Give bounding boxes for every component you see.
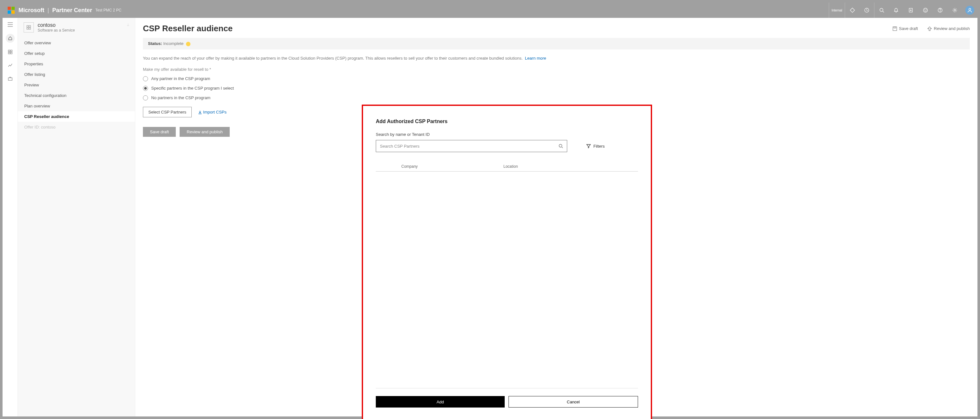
save-draft-header[interactable]: Save draft — [892, 26, 918, 31]
user-avatar[interactable] — [965, 6, 974, 15]
col-location: Location — [503, 164, 518, 169]
nav-plan-overview[interactable]: Plan overview — [18, 101, 135, 111]
menu-icon[interactable] — [3, 18, 18, 31]
face-icon[interactable] — [918, 3, 933, 18]
sidebar: contoso Software as a Service ⟂ Offer ov… — [18, 18, 135, 416]
svg-point-1 — [880, 8, 883, 11]
radio-specific-partners[interactable]: Specific partners in the CSP program I s… — [143, 86, 970, 91]
svg-rect-17 — [27, 28, 29, 29]
nav-offer-id: Offer ID: contoso — [18, 122, 135, 132]
svg-point-8 — [954, 10, 956, 11]
help-icon[interactable] — [933, 3, 947, 18]
page-description: You can expand the reach of your offer b… — [143, 56, 970, 60]
filter-icon — [586, 144, 591, 148]
svg-point-7 — [940, 11, 940, 12]
nav-properties[interactable]: Properties — [18, 59, 135, 69]
gear-icon[interactable] — [947, 3, 962, 18]
svg-rect-16 — [29, 25, 30, 27]
resell-label: Make my offer available for resell to * — [143, 67, 970, 72]
clock-icon[interactable] — [859, 3, 874, 18]
topbar: Microsoft | Partner Center Test PMC 2 PC… — [3, 3, 977, 18]
nav-technical-config[interactable]: Technical configuration — [18, 90, 135, 101]
add-csp-dialog: Add Authorized CSP Partners Search by na… — [362, 105, 652, 419]
brand-label: Microsoft — [19, 7, 45, 14]
svg-rect-11 — [11, 50, 12, 52]
select-csp-button[interactable]: Select CSP Partners — [143, 107, 192, 117]
search-input[interactable]: Search CSP Partners — [376, 140, 567, 152]
internal-badge: Internal — [829, 3, 845, 18]
dialog-title: Add Authorized CSP Partners — [376, 119, 638, 124]
add-button[interactable]: Add — [376, 396, 505, 408]
env-label: Test PMC 2 PC — [95, 8, 121, 13]
svg-point-21 — [559, 144, 562, 147]
svg-point-4 — [924, 10, 925, 10]
filters-button[interactable]: Filters — [586, 144, 605, 149]
svg-rect-18 — [29, 28, 30, 29]
svg-rect-20 — [894, 27, 896, 28]
sidebar-title: contoso — [38, 22, 75, 28]
search-label: Search by name or Tenant ID — [376, 132, 638, 137]
svg-point-3 — [924, 8, 928, 13]
download-icon[interactable] — [904, 3, 918, 18]
radio-no-partners[interactable]: No partners in the CSP program — [143, 95, 970, 100]
svg-rect-13 — [11, 52, 12, 54]
page-title: CSP Reseller audience — [143, 24, 883, 33]
svg-rect-12 — [8, 52, 10, 54]
left-rail — [3, 18, 18, 416]
chart-icon[interactable] — [3, 59, 18, 72]
results-table-header: Company Location — [376, 162, 638, 171]
nav-offer-setup[interactable]: Offer setup — [18, 48, 135, 59]
search-icon[interactable] — [874, 3, 889, 18]
home-icon[interactable] — [6, 34, 15, 43]
svg-rect-10 — [8, 50, 10, 52]
import-icon — [198, 110, 202, 114]
review-publish-header[interactable]: Review and publish — [928, 26, 970, 31]
search-icon — [558, 144, 563, 148]
briefcase-icon[interactable] — [3, 72, 18, 86]
nav-offer-listing[interactable]: Offer listing — [18, 69, 135, 80]
status-bar: Status: Incomplete — [143, 38, 970, 49]
sidebar-subtitle: Software as a Service — [38, 28, 75, 33]
offer-icon — [24, 22, 34, 33]
save-icon — [892, 27, 897, 31]
nav-offer-overview[interactable]: Offer overview — [18, 38, 135, 48]
svg-rect-19 — [893, 27, 897, 31]
import-csps-link[interactable]: Import CSPs — [198, 110, 226, 114]
radio-any-partner[interactable]: Any partner in the CSP program — [143, 76, 970, 81]
microsoft-logo — [8, 7, 15, 14]
grid-icon[interactable] — [3, 45, 18, 59]
col-company: Company — [376, 164, 503, 169]
bell-icon[interactable] — [889, 3, 904, 18]
nav-icon[interactable] — [845, 3, 859, 18]
save-draft-button[interactable]: Save draft — [143, 127, 176, 137]
pin-icon[interactable]: ⟂ — [127, 22, 129, 27]
svg-rect-15 — [27, 25, 29, 27]
svg-point-9 — [969, 8, 971, 10]
cancel-button[interactable]: Cancel — [509, 396, 638, 408]
status-dot-icon — [186, 42, 191, 46]
learn-more-link[interactable]: Learn more — [525, 56, 546, 60]
svg-rect-14 — [8, 78, 12, 80]
review-publish-button[interactable]: Review and publish — [180, 127, 230, 137]
product-label[interactable]: Partner Center — [52, 7, 92, 14]
nav-preview[interactable]: Preview — [18, 80, 135, 90]
publish-icon — [928, 27, 932, 31]
svg-point-5 — [926, 10, 926, 10]
nav-csp-reseller[interactable]: CSP Reseller audience — [18, 111, 135, 122]
